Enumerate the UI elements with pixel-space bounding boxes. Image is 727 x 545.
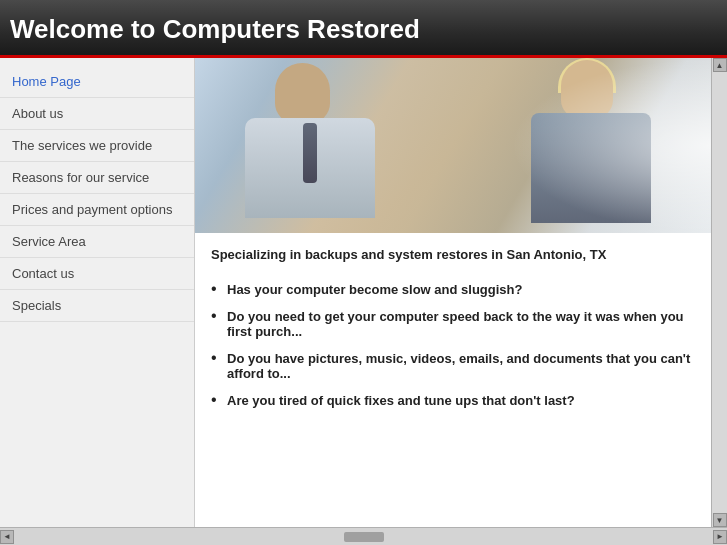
scroll-right-button[interactable]: ► [713,530,727,544]
middle-row: Home Page About us The services we provi… [0,58,727,527]
site-header: Welcome to Computers Restored [0,0,727,58]
person-male [215,63,415,233]
bullet-text-3: Do you have pictures, music, videos, ema… [227,351,690,381]
sidebar-item-about[interactable]: About us [0,98,194,130]
sidebar-item-prices[interactable]: Prices and payment options [0,194,194,226]
sidebar-nav: Home Page About us The services we provi… [0,58,195,527]
hero-glow [511,58,711,233]
content-body: Specializing in backups and system resto… [195,233,711,428]
scroll-left-button[interactable]: ◄ [0,530,14,544]
bullet-text-4: Are you tired of quick fixes and tune up… [227,393,575,408]
photo-scene [195,58,711,233]
male-tie [303,123,317,183]
sidebar-item-services[interactable]: The services we provide [0,130,194,162]
main-content: Specializing in backups and system resto… [195,58,711,527]
sidebar-item-specials[interactable]: Specials [0,290,194,322]
sidebar-item-reasons[interactable]: Reasons for our service [0,162,194,194]
sidebar-item-contact[interactable]: Contact us [0,258,194,290]
scroll-down-button[interactable]: ▼ [713,513,727,527]
bullet-item-4: Are you tired of quick fixes and tune up… [211,387,695,414]
hero-image [195,58,711,233]
app-window: Welcome to Computers Restored Home Page … [0,0,727,545]
scroll-up-button[interactable]: ▲ [713,58,727,72]
scroll-track[interactable] [712,72,727,513]
bullet-item-3: Do you have pictures, music, videos, ema… [211,345,695,387]
horizontal-scrollbar[interactable]: ◄ ► [0,527,727,545]
bullet-item-2: Do you need to get your computer speed b… [211,303,695,345]
horizontal-scroll-thumb[interactable] [344,532,384,542]
bullet-text-2: Do you need to get your computer speed b… [227,309,684,339]
sidebar-item-home[interactable]: Home Page [0,66,194,98]
content-area: Specializing in backups and system resto… [195,58,711,527]
vertical-scrollbar[interactable]: ▲ ▼ [711,58,727,527]
specializing-text: Specializing in backups and system resto… [211,247,695,262]
bullet-list: Has your computer become slow and sluggi… [211,276,695,414]
bullet-item-1: Has your computer become slow and sluggi… [211,276,695,303]
sidebar-item-service-area[interactable]: Service Area [0,226,194,258]
site-title: Welcome to Computers Restored [10,14,717,45]
bullet-text-1: Has your computer become slow and sluggi… [227,282,522,297]
male-head [275,63,330,123]
